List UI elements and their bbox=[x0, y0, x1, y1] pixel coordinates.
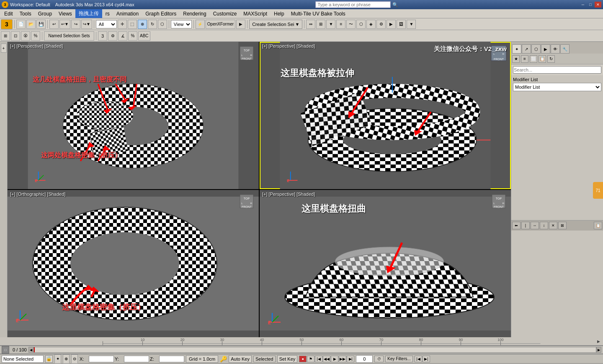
statusbar-btn3[interactable]: ⊖ bbox=[71, 354, 78, 364]
menu-rendering[interactable]: Rendering bbox=[180, 10, 209, 18]
timeline-fwd-arrow[interactable]: ▶ bbox=[596, 347, 601, 353]
render-btn[interactable]: ▶ bbox=[387, 20, 396, 29]
nav-btn2[interactable]: ▶| bbox=[423, 356, 430, 362]
menu-edit[interactable]: Edit bbox=[1, 10, 16, 18]
ref-coord-btn[interactable]: ⚡ bbox=[196, 20, 205, 29]
rp-bottom-btn6[interactable]: ⊠ bbox=[558, 222, 567, 229]
timeline-back-arrow[interactable]: ◀ bbox=[28, 347, 34, 353]
coord-angle-btn[interactable]: ∡ bbox=[118, 31, 127, 41]
rp-bottom-btn3[interactable]: ↔ bbox=[531, 222, 539, 229]
view-selector[interactable]: View Screen World bbox=[171, 20, 192, 28]
rp-bottom-btn5[interactable]: ✕ bbox=[549, 222, 557, 229]
rp-tab-motion[interactable]: ▶ bbox=[541, 44, 550, 54]
named-sel-btn[interactable]: Named Selection Sets bbox=[44, 31, 94, 41]
rp-extra-btn4[interactable]: 📋 bbox=[539, 55, 546, 63]
render-frame-btn[interactable]: 🖼 bbox=[397, 20, 406, 29]
z-input[interactable] bbox=[159, 356, 184, 362]
menu-rs[interactable]: rs bbox=[102, 10, 113, 18]
frame-counter[interactable]: 0 bbox=[356, 355, 373, 363]
redo-btn[interactable]: ↪ bbox=[71, 20, 80, 29]
create-selection-btn[interactable]: Create Selection Sei ▼ bbox=[249, 20, 302, 29]
coord-mode-btn[interactable]: ⚙ bbox=[108, 31, 117, 41]
key-icon[interactable]: 🔑 bbox=[220, 356, 227, 362]
rp-extra-btn2[interactable]: ≡ bbox=[521, 55, 528, 63]
rp-tab-hierarchy[interactable]: ⬡ bbox=[531, 44, 541, 54]
redo-list-btn[interactable]: ↪▼ bbox=[81, 20, 92, 29]
viewport-top-right[interactable]: [+] [Perspective] [Shaded] 关注微信公众号：V2_zx… bbox=[260, 42, 511, 189]
menu-customize[interactable]: Customize bbox=[210, 10, 240, 18]
vp-bl-navcube[interactable]: TOP L R FRONT bbox=[238, 192, 255, 210]
select-obj-btn[interactable]: ✛ bbox=[118, 20, 127, 29]
selection-name-field[interactable]: None Selected bbox=[2, 355, 44, 363]
rp-bottom-btn2[interactable]: | bbox=[521, 222, 530, 229]
open-btn[interactable]: 📂 bbox=[26, 20, 36, 29]
coord-percent-btn[interactable]: % bbox=[128, 31, 137, 41]
rp-bottom-btn4[interactable]: ↕ bbox=[540, 222, 548, 229]
select-filter[interactable]: All Geometry Shapes bbox=[96, 20, 117, 28]
anim-play-btn[interactable]: ▶ bbox=[331, 356, 338, 362]
menu-help[interactable]: Help bbox=[271, 10, 288, 18]
y-input[interactable] bbox=[124, 356, 149, 362]
close-button[interactable]: ✕ bbox=[595, 2, 601, 8]
timeline-track[interactable] bbox=[34, 347, 596, 353]
select-region-btn[interactable]: ⬚ bbox=[128, 20, 137, 29]
select-move-btn[interactable]: ⊕ bbox=[138, 20, 147, 29]
menu-views[interactable]: Views bbox=[55, 10, 75, 18]
mirror-btn[interactable]: ⇔ bbox=[306, 20, 315, 29]
render-drop-btn[interactable]: ▼ bbox=[407, 20, 416, 29]
openxformer-expand-btn[interactable]: ▶ bbox=[236, 20, 245, 29]
window-controls[interactable]: ─ □ ✕ bbox=[580, 2, 601, 8]
menu-animation[interactable]: Animation bbox=[113, 10, 142, 18]
menu-graph-editors[interactable]: Graph Editors bbox=[142, 10, 180, 18]
vp-br-navcube[interactable]: TOP L R FRONT bbox=[490, 192, 508, 210]
rp-bottom-btn1[interactable]: ⬅ bbox=[512, 222, 521, 229]
rp-extra-btn3[interactable]: ⬜ bbox=[530, 55, 537, 63]
menu-multitile[interactable]: Multi-Tile UV Bake Tools bbox=[288, 10, 349, 18]
nav-btn1[interactable]: |◀ bbox=[415, 356, 422, 362]
save-btn[interactable]: 💾 bbox=[36, 20, 46, 29]
rp-tab-display[interactable]: 👁 bbox=[551, 44, 560, 54]
rp-bottom-btn7[interactable]: 📋 bbox=[594, 222, 602, 229]
schematic-btn[interactable]: ⬡ bbox=[356, 20, 366, 29]
modifier-list-select[interactable]: Modifier List Bend Twist Noise UVW Map bbox=[513, 83, 601, 91]
material-btn[interactable]: ◈ bbox=[366, 20, 376, 29]
coord-abc-btn[interactable]: ABC bbox=[138, 31, 150, 41]
render-setup-btn[interactable]: ⚙ bbox=[376, 20, 386, 29]
layer-btn[interactable]: ≡ bbox=[336, 20, 345, 29]
rp-tab-utilities[interactable]: 🔧 bbox=[560, 44, 570, 54]
snap-3d-btn[interactable]: ⊡ bbox=[11, 31, 20, 41]
vp-tl-navcube[interactable]: TOP L R FRONT bbox=[238, 44, 255, 62]
app-icon-btn[interactable]: 3 bbox=[1, 19, 13, 29]
statusbar-btn1[interactable]: ✦ bbox=[54, 354, 61, 364]
viewport-top-left[interactable]: [+] [Perspective] [Shaded] bbox=[8, 42, 259, 189]
snap-2d-btn[interactable]: ⊞ bbox=[1, 31, 10, 41]
menu-drag-upload[interactable]: 拖拽上传 bbox=[75, 9, 102, 18]
undo-btn[interactable]: ↩ bbox=[49, 20, 59, 29]
anim-next-frame-btn[interactable]: ▶| bbox=[347, 356, 354, 362]
snap-percent-btn[interactable]: % bbox=[31, 31, 40, 41]
curve-btn[interactable]: 〜 bbox=[346, 20, 356, 29]
new-btn[interactable]: 📄 bbox=[16, 20, 26, 29]
search-input[interactable] bbox=[315, 1, 391, 8]
menu-group[interactable]: Group bbox=[35, 10, 55, 18]
minimize-button[interactable]: ─ bbox=[580, 2, 586, 8]
statusbar-btn2[interactable]: ⊕ bbox=[63, 354, 70, 364]
x-input[interactable] bbox=[89, 356, 114, 362]
select-scale-btn[interactable]: ⬡ bbox=[158, 20, 167, 29]
menu-tools[interactable]: Tools bbox=[16, 10, 35, 18]
anim-record-btn[interactable]: ● bbox=[299, 356, 307, 362]
viewport-bottom-left[interactable]: [+] [Orthographic] [Shaded] Z bbox=[8, 190, 259, 337]
set-key-btn[interactable]: Set Key bbox=[277, 355, 298, 363]
anim-key-mode-btn[interactable]: ⚑ bbox=[307, 356, 314, 362]
select-rot-btn[interactable]: ↻ bbox=[148, 20, 157, 29]
search-icon[interactable]: 🔍 bbox=[392, 2, 398, 8]
left-tb-btn1[interactable]: + bbox=[1, 44, 7, 53]
rp-tab-modify[interactable]: ↗ bbox=[522, 44, 531, 54]
undo-list-btn[interactable]: ↩▼ bbox=[59, 20, 70, 29]
anim-prev-key-btn[interactable]: ◀◀ bbox=[323, 356, 330, 362]
snap-angle-btn[interactable]: ⦿ bbox=[21, 31, 30, 41]
anim-time-config-btn[interactable]: ⏱ bbox=[374, 356, 384, 362]
rp-indicator[interactable]: 71 bbox=[593, 182, 603, 199]
align-btn[interactable]: ⊞ bbox=[316, 20, 325, 29]
rp-extra-btn1[interactable]: ★ bbox=[512, 55, 520, 63]
